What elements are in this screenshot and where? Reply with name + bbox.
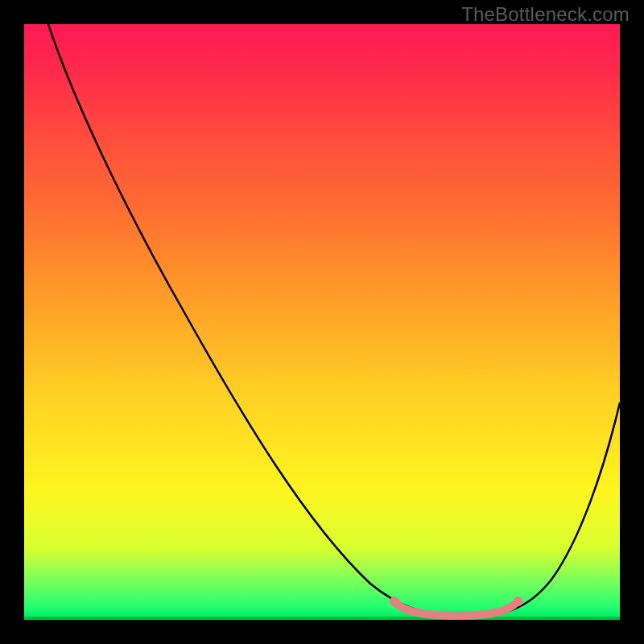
- bottleneck-curve: [48, 24, 620, 616]
- optimal-start-dot: [390, 597, 399, 606]
- optimal-end-dot: [514, 597, 523, 606]
- chart-frame: TheBottleneck.com: [0, 0, 644, 644]
- plot-area: [24, 24, 620, 620]
- optimal-range-marker: [397, 604, 515, 616]
- curve-layer: [24, 24, 620, 620]
- watermark-text: TheBottleneck.com: [461, 3, 630, 26]
